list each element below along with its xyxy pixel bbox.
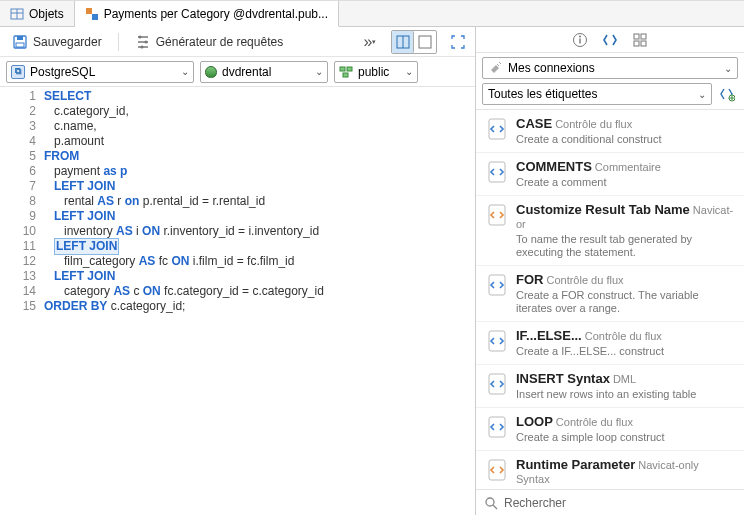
plug-icon xyxy=(488,61,502,75)
chevron-down-icon: ⌄ xyxy=(405,66,413,77)
snippet-icon xyxy=(486,204,508,226)
svg-rect-22 xyxy=(634,41,639,46)
snippet-desc: Create a comment xyxy=(516,176,734,189)
schema-label: public xyxy=(358,65,389,79)
tab-query-label: Payments per Category @dvdrental.pub... xyxy=(104,7,328,21)
snippet-item[interactable]: COMMENTSCommentaireCreate a comment xyxy=(476,153,744,196)
svg-rect-3 xyxy=(86,8,92,14)
chevron-down-icon: ⌄ xyxy=(181,66,189,77)
snippet-item[interactable]: INSERT SyntaxDMLInsert new rows into an … xyxy=(476,365,744,408)
tab-objects[interactable]: Objets xyxy=(0,1,75,26)
add-snippet-icon[interactable] xyxy=(716,83,738,105)
fullscreen-icon[interactable] xyxy=(447,31,469,53)
view-toggle xyxy=(391,30,437,54)
save-label: Sauvegarder xyxy=(33,35,102,49)
split-view-icon[interactable] xyxy=(392,31,414,53)
snippet-title: Customize Result Tab Name xyxy=(516,202,690,217)
line-gutter: 123456789101112131415 xyxy=(0,87,44,515)
svg-rect-15 xyxy=(347,67,352,71)
svg-line-24 xyxy=(497,64,499,66)
snippet-type: Contrôle du flux xyxy=(556,416,633,428)
save-icon xyxy=(12,34,28,50)
snippet-desc: Create a FOR construct. The variable ite… xyxy=(516,289,734,315)
snippet-icon xyxy=(486,416,508,438)
snippet-title: IF...ELSE... xyxy=(516,328,582,343)
svg-point-9 xyxy=(144,40,147,43)
schema-selector[interactable]: public ⌄ xyxy=(334,61,418,83)
single-view-icon[interactable] xyxy=(414,31,436,53)
query-builder-button[interactable]: Générateur de requêtes xyxy=(129,31,289,53)
snippet-icon xyxy=(486,373,508,395)
sql-editor[interactable]: 123456789101112131415 SELECT c.category_… xyxy=(0,87,475,515)
tag-filter[interactable]: Toutes les étiquettes ⌄ xyxy=(482,83,712,105)
query-icon xyxy=(85,7,99,21)
svg-rect-20 xyxy=(634,34,639,39)
separator xyxy=(118,33,119,51)
grid-icon[interactable] xyxy=(631,31,649,49)
database-icon xyxy=(205,66,217,78)
svg-rect-7 xyxy=(16,43,24,47)
schema-icon xyxy=(339,65,353,79)
snippet-item[interactable]: Customize Result Tab NameNavicat-orTo na… xyxy=(476,196,744,266)
snippet-title: FOR xyxy=(516,272,543,287)
engine-label: PostgreSQL xyxy=(30,65,95,79)
snippet-desc: Insert new rows into an existing table xyxy=(516,388,734,401)
svg-point-35 xyxy=(486,498,494,506)
search-icon xyxy=(484,496,498,510)
snippet-type: Commentaire xyxy=(595,161,661,173)
connection-filter[interactable]: Mes connexions ⌄ xyxy=(482,57,738,79)
svg-rect-19 xyxy=(579,38,580,43)
svg-rect-4 xyxy=(92,14,98,20)
snippet-item[interactable]: LOOPContrôle du fluxCreate a simple loop… xyxy=(476,408,744,451)
chevron-down-icon: ⌄ xyxy=(724,63,732,74)
more-icon[interactable]: »▾ xyxy=(359,31,381,53)
snippets-icon[interactable] xyxy=(601,31,619,49)
snippet-icon xyxy=(486,330,508,352)
snippet-list: CASEContrôle du fluxCreate a conditional… xyxy=(476,109,744,489)
snippet-desc: Create a simple loop construct xyxy=(516,431,734,444)
snippet-item[interactable]: FORContrôle du fluxCreate a FOR construc… xyxy=(476,266,744,322)
svg-point-18 xyxy=(579,35,581,37)
side-panel-tabs xyxy=(476,27,744,53)
svg-line-25 xyxy=(499,62,501,64)
snippet-icon xyxy=(486,161,508,183)
svg-rect-14 xyxy=(340,67,345,71)
snippet-title: INSERT Syntax xyxy=(516,371,610,386)
connection-selectors: ⧉ PostgreSQL ⌄ dvdrental ⌄ public ⌄ xyxy=(0,57,475,87)
table-icon xyxy=(10,7,24,21)
snippet-type: Contrôle du flux xyxy=(585,330,662,342)
tab-query[interactable]: Payments per Category @dvdrental.pub... xyxy=(75,1,339,27)
snippet-icon xyxy=(486,459,508,481)
svg-point-10 xyxy=(140,45,143,48)
snippet-item[interactable]: IF...ELSE...Contrôle du fluxCreate a IF.… xyxy=(476,322,744,365)
search-box[interactable]: Rechercher xyxy=(476,489,744,515)
save-button[interactable]: Sauvegarder xyxy=(6,31,108,53)
snippet-item[interactable]: Runtime ParameterNavicat-only SyntaxRunt… xyxy=(476,451,744,489)
svg-rect-6 xyxy=(17,36,23,40)
snippet-title: Runtime Parameter xyxy=(516,457,635,472)
snippet-type: Contrôle du flux xyxy=(546,274,623,286)
search-placeholder: Rechercher xyxy=(504,496,566,510)
svg-rect-13 xyxy=(419,36,431,48)
svg-rect-23 xyxy=(641,41,646,46)
tab-objects-label: Objets xyxy=(29,7,64,21)
db-label: dvdrental xyxy=(222,65,271,79)
toolbar: Sauvegarder Générateur de requêtes »▾ xyxy=(0,27,475,57)
svg-rect-16 xyxy=(343,73,348,77)
svg-point-8 xyxy=(138,35,141,38)
snippet-desc: To name the result tab generated by exec… xyxy=(516,233,734,259)
qb-label: Générateur de requêtes xyxy=(156,35,283,49)
tab-bar: Objets Payments per Category @dvdrental.… xyxy=(0,1,744,27)
conn-label: Mes connexions xyxy=(508,61,595,75)
database-selector[interactable]: dvdrental ⌄ xyxy=(200,61,328,83)
engine-selector[interactable]: ⧉ PostgreSQL ⌄ xyxy=(6,61,194,83)
snippet-title: CASE xyxy=(516,116,552,131)
snippet-icon xyxy=(486,274,508,296)
code-content: SELECT c.category_id, c.name, p.amountFR… xyxy=(44,87,324,515)
chevron-down-icon: ⌄ xyxy=(315,66,323,77)
snippet-item[interactable]: CASEContrôle du fluxCreate a conditional… xyxy=(476,110,744,153)
info-icon[interactable] xyxy=(571,31,589,49)
snippet-icon xyxy=(486,118,508,140)
snippet-type: DML xyxy=(613,373,636,385)
chevron-down-icon: ⌄ xyxy=(698,89,706,100)
